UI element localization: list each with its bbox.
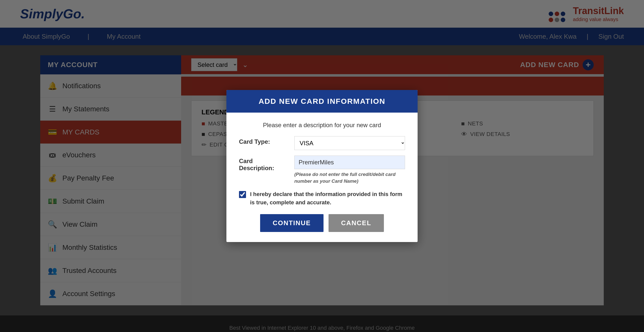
card-description-label: Card Description:: [239, 156, 289, 172]
modal: ADD NEW CARD INFORMATION Please enter a …: [226, 90, 418, 242]
modal-buttons: CONTINUE CANCEL: [239, 214, 405, 232]
declaration-checkbox[interactable]: [239, 191, 246, 198]
card-type-row: Card Type: VISA Mastercard NETS CEPAS: [239, 136, 405, 150]
card-description-input-wrap: (Please do not enter the full credit/deb…: [294, 156, 405, 184]
modal-header: ADD NEW CARD INFORMATION: [226, 90, 418, 113]
card-type-select[interactable]: VISA Mastercard NETS CEPAS: [294, 136, 405, 150]
card-description-input[interactable]: [294, 156, 405, 169]
card-description-row: Card Description: (Please do not enter t…: [239, 156, 405, 184]
card-type-label: Card Type:: [239, 136, 289, 145]
modal-body: Please enter a description for your new …: [226, 113, 418, 242]
declaration-row: I hereby declare that the information pr…: [239, 190, 405, 207]
continue-button[interactable]: CONTINUE: [260, 214, 324, 232]
modal-subtitle: Please enter a description for your new …: [239, 122, 405, 129]
card-description-hint: (Please do not enter the full credit/deb…: [294, 171, 405, 184]
modal-overlay[interactable]: ADD NEW CARD INFORMATION Please enter a …: [0, 0, 644, 332]
declaration-text: I hereby declare that the information pr…: [250, 190, 405, 207]
card-type-select-wrap: VISA Mastercard NETS CEPAS: [294, 136, 405, 150]
cancel-button[interactable]: CANCEL: [329, 214, 384, 232]
